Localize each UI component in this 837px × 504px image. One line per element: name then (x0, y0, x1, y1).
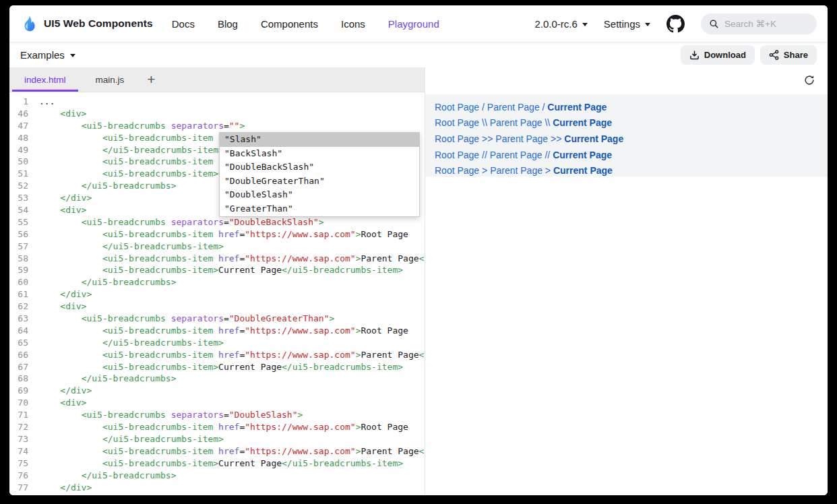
breadcrumb-current: Current Page (553, 117, 612, 128)
search-icon (709, 19, 719, 29)
breadcrumb-link[interactable]: Root Page (435, 133, 479, 144)
chevron-down-icon (645, 23, 650, 26)
line-number: 61 (9, 288, 28, 301)
line-number: 54 (9, 204, 28, 216)
breadcrumb-row: Root Page // Parent Page // Current Page (435, 147, 828, 163)
breadcrumb-separator: >> (479, 133, 495, 144)
search-placeholder: Search ⌘+K (724, 18, 776, 29)
breadcrumb-link[interactable]: Parent Page (490, 117, 542, 128)
breadcrumb-link[interactable]: Parent Page (490, 165, 542, 176)
top-navbar: UI5 Web Components DocsBlogComponentsIco… (9, 5, 828, 42)
breadcrumb-separator: / (479, 102, 487, 113)
breadcrumb-current: Current Page (547, 102, 607, 113)
code-line: 67 <ui5-breadcrumbs-item>Current Page</u… (9, 361, 425, 373)
line-number: 56 (9, 228, 28, 241)
code-line: 78 <div> (9, 493, 425, 495)
settings-label: Settings (604, 18, 640, 30)
code-line: 76 </ui5-breadcrumbs> (9, 470, 425, 482)
line-number: 78 (9, 493, 28, 495)
code-line: 70 <div> (9, 397, 425, 409)
line-number: 68 (9, 373, 28, 385)
download-button[interactable]: Download (681, 45, 755, 65)
breadcrumb-link[interactable]: Root Page (435, 102, 479, 113)
line-number: 59 (9, 264, 28, 276)
breadcrumb-link[interactable]: Parent Page (487, 102, 540, 113)
line-number: 46 (9, 108, 28, 120)
line-number: 57 (9, 241, 28, 253)
brand[interactable]: UI5 Web Components (20, 15, 153, 32)
version-label: 2.0.0-rc.6 (534, 18, 577, 30)
breadcrumb-row: Root Page > Parent Page > Current Page (435, 162, 828, 179)
refresh-button[interactable] (803, 74, 815, 86)
nav-link-blog[interactable]: Blog (218, 18, 238, 30)
share-button[interactable]: Share (760, 45, 817, 65)
github-icon[interactable] (666, 15, 685, 33)
line-number: 71 (9, 409, 28, 421)
line-number: 74 (9, 445, 28, 458)
breadcrumb-link[interactable]: Root Page (435, 165, 479, 176)
examples-dropdown[interactable]: Examples (20, 49, 75, 61)
line-number: 63 (9, 313, 28, 325)
breadcrumb-separator: / (540, 102, 548, 113)
line-number: 75 (9, 458, 28, 470)
nav-link-icons[interactable]: Icons (341, 18, 365, 30)
search-input[interactable]: Search ⌘+K (701, 13, 817, 34)
code-line: 74 <ui5-breadcrumbs-item href="https://w… (9, 445, 425, 458)
autocomplete-item[interactable]: "DoubleSlash" (220, 188, 419, 202)
autocomplete-item[interactable]: "BackSlash" (220, 147, 419, 161)
line-number: 49 (9, 144, 28, 156)
line-number: 58 (9, 253, 28, 265)
breadcrumb-link[interactable]: Parent Page (490, 150, 542, 160)
code-line: 68 </ui5-breadcrumbs> (9, 373, 425, 385)
refresh-icon (803, 74, 815, 86)
line-number: 69 (9, 385, 28, 397)
code-line: 57 </ui5-breadcrumbs-item> (9, 241, 425, 253)
preview-output: Root Page / Parent Page / Current PageRo… (425, 94, 828, 177)
tab-index-html[interactable]: index.html (9, 67, 81, 92)
code-line: 72 <ui5-breadcrumbs-item href="https://w… (9, 421, 425, 433)
line-number: 60 (9, 276, 28, 288)
code-line: 64 <ui5-breadcrumbs-item href="https://w… (9, 325, 425, 337)
code-line: 63 <ui5-breadcrumbs separators="DoubleGr… (9, 313, 425, 325)
ui5-flame-logo-icon (20, 15, 38, 32)
autocomplete-item[interactable]: "DoubleBackSlash" (220, 160, 419, 175)
line-number: 66 (9, 349, 28, 361)
line-number: 50 (9, 156, 28, 168)
breadcrumb-separator: \\ (479, 117, 490, 128)
code-line: 75 <ui5-breadcrumbs-item>Current Page</u… (9, 458, 425, 470)
line-number: 77 (9, 482, 28, 494)
share-label: Share (784, 50, 808, 60)
code-line: 65 </ui5-breadcrumbs-item> (9, 337, 425, 349)
code-line: 46 <div> (9, 108, 425, 120)
line-number: 55 (9, 216, 28, 228)
nav-link-playground[interactable]: Playground (388, 18, 439, 30)
nav-links: DocsBlogComponentsIconsPlayground (172, 18, 439, 30)
version-dropdown[interactable]: 2.0.0-rc.6 (534, 18, 587, 30)
code-line: 1... (9, 96, 425, 108)
breadcrumb-link[interactable]: Parent Page (495, 133, 548, 144)
code-line: 47 <ui5-breadcrumbs separators=""> (9, 120, 425, 132)
breadcrumb-link[interactable]: Root Page (435, 117, 479, 128)
breadcrumb-separator: >> (548, 133, 564, 144)
code-line: 73 </ui5-breadcrumbs-item> (9, 433, 425, 445)
breadcrumb-separator: > (542, 165, 553, 176)
share-icon (769, 50, 779, 60)
breadcrumb-separator: // (479, 150, 490, 160)
chevron-down-icon (70, 54, 75, 57)
line-number: 64 (9, 325, 28, 337)
autocomplete-item[interactable]: "DoubleGreaterThan" (220, 175, 419, 189)
code-line: 66 <ui5-breadcrumbs-item href="https://w… (9, 349, 425, 361)
nav-link-docs[interactable]: Docs (172, 18, 195, 30)
add-tab-button[interactable]: + (139, 67, 163, 92)
code-line: 60 </ui5-breadcrumbs> (9, 276, 425, 288)
settings-dropdown[interactable]: Settings (604, 18, 650, 30)
examples-toolbar: Examples Download Share (9, 42, 828, 67)
line-number: 62 (9, 301, 28, 313)
autocomplete-item[interactable]: "Slash" (220, 133, 419, 147)
breadcrumb-link[interactable]: Root Page (435, 150, 479, 160)
autocomplete-item[interactable]: "GreaterThan" (220, 202, 419, 216)
nav-link-components[interactable]: Components (261, 18, 318, 30)
line-number: 72 (9, 421, 28, 433)
tab-main-js[interactable]: main.js (81, 67, 140, 92)
autocomplete-popup: "Slash""BackSlash""DoubleBackSlash""Doub… (219, 132, 420, 217)
